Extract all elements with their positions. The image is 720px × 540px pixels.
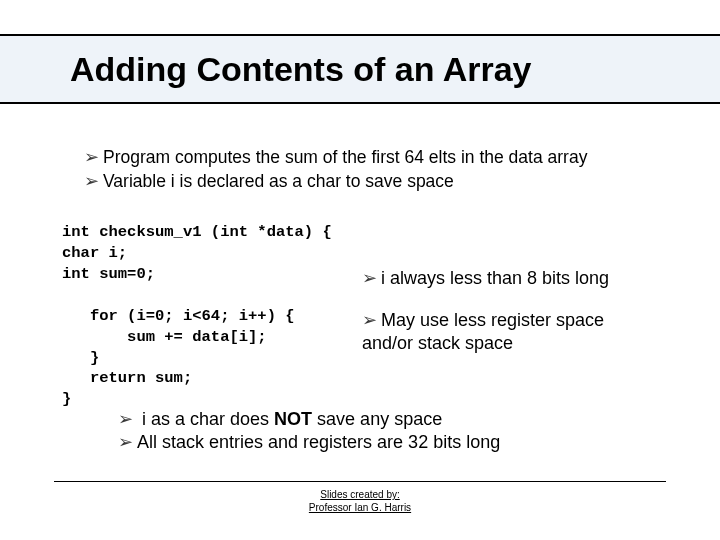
title-band: Adding Contents of an Array: [0, 34, 720, 104]
slide-title: Adding Contents of an Array: [0, 50, 532, 89]
footer-credit: Slides created by: Professor Ian G. Harr…: [0, 489, 720, 514]
code-block: int checksum_v1 (int *data) { char i; in…: [62, 222, 332, 410]
footer-line: Slides created by:: [320, 489, 400, 500]
bullet-item: Program computes the sum of the first 64…: [84, 146, 587, 170]
bullet-item: Variable i is declared as a char to save…: [84, 170, 587, 194]
footer-line: Professor Ian G. Harris: [309, 502, 411, 513]
annotation-line: and/or stack space: [362, 333, 513, 353]
annotation: i always less than 8 bits long: [362, 267, 609, 289]
footer-divider: [54, 481, 666, 482]
annotation: May use less register space and/or stack…: [362, 309, 662, 354]
emphasis-not: NOT: [274, 409, 312, 429]
bullet-item: All stack entries and registers are 32 b…: [118, 431, 500, 454]
annotation-line: May use less register space: [362, 310, 604, 330]
top-bullets: Program computes the sum of the first 64…: [84, 146, 587, 193]
text: save any space: [312, 409, 442, 429]
bullet-item: i as a char does NOT save any space: [118, 408, 500, 431]
text: i as a char does: [142, 409, 274, 429]
bottom-bullets: i as a char does NOT save any space All …: [118, 408, 500, 455]
